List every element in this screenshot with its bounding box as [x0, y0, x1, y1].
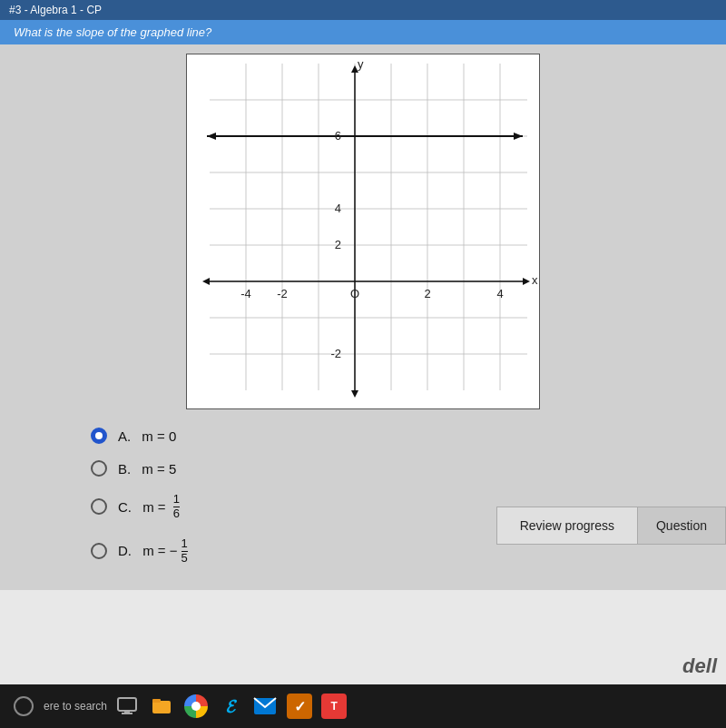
- question-button[interactable]: Question: [637, 507, 726, 545]
- option-c-fraction: 1 6: [173, 493, 180, 521]
- option-d-fraction: 1 5: [182, 537, 188, 566]
- svg-rect-38: [124, 711, 130, 713]
- main-content: #3 - Algebra 1 - CP What is the slope of…: [0, 0, 726, 728]
- top-bar-title: #3 - Algebra 1 - CP: [9, 4, 102, 16]
- svg-marker-18: [202, 278, 210, 285]
- taskbar-search-text: ere to search: [44, 700, 107, 713]
- svg-text:-4: -4: [240, 287, 251, 300]
- svg-marker-24: [207, 133, 216, 140]
- fraction-d-numerator: 1: [182, 537, 188, 552]
- svg-text:2: 2: [335, 238, 341, 251]
- taskbar-file-explorer-icon[interactable]: [147, 692, 176, 721]
- edge-icon: 𝓔: [226, 696, 235, 717]
- taskbar-check-icon[interactable]: ✓: [285, 692, 314, 721]
- svg-text:4: 4: [335, 202, 341, 215]
- check-app-icon: ✓: [287, 694, 312, 719]
- svg-text:2: 2: [424, 287, 430, 300]
- top-bar: #3 - Algebra 1 - CP: [0, 0, 726, 20]
- bottom-bar: Review progress Question: [496, 507, 726, 545]
- option-d-letter: D.: [118, 543, 132, 558]
- review-progress-button[interactable]: Review progress: [496, 507, 637, 545]
- question-header: What is the slope of the graphed line?: [0, 20, 726, 44]
- content-area: -4 -2 O 2 4 x 6 4 2 -2 y A. m = 0: [0, 44, 726, 590]
- fraction-c-numerator: 1: [173, 493, 180, 507]
- svg-text:4: 4: [496, 287, 503, 300]
- answer-option-b[interactable]: B. m = 5: [91, 460, 708, 477]
- option-c-letter: C.: [118, 499, 132, 515]
- option-b-text: m = 5: [138, 461, 176, 477]
- taskbar-mail-icon[interactable]: [250, 692, 280, 721]
- taskbar-chrome-icon[interactable]: [182, 692, 211, 721]
- svg-marker-23: [514, 133, 523, 140]
- coordinate-graph: -4 -2 O 2 4 x 6 4 2 -2 y: [187, 54, 541, 408]
- svg-rect-39: [152, 701, 171, 713]
- taskbar-edge-icon[interactable]: 𝓔: [216, 692, 245, 721]
- radio-b[interactable]: [91, 460, 107, 477]
- option-d-text: m = −: [139, 543, 178, 558]
- fraction-d-denominator: 5: [182, 552, 188, 565]
- svg-rect-36: [118, 698, 136, 711]
- option-c-text: m =: [139, 499, 170, 515]
- radio-d[interactable]: [91, 543, 107, 559]
- windows-search-icon[interactable]: [14, 696, 34, 716]
- svg-rect-37: [122, 713, 132, 714]
- svg-text:O: O: [350, 287, 359, 300]
- teams-app-icon: T: [321, 694, 347, 719]
- question-text: What is the slope of the graphed line?: [14, 25, 211, 39]
- svg-text:6: 6: [335, 129, 341, 143]
- svg-text:x: x: [532, 273, 538, 287]
- svg-rect-40: [152, 699, 161, 703]
- taskbar-teams-icon[interactable]: T: [319, 692, 348, 721]
- svg-text:-2: -2: [330, 347, 341, 360]
- radio-a[interactable]: [91, 428, 107, 444]
- radio-c[interactable]: [91, 498, 107, 515]
- chrome-icon: [184, 694, 208, 718]
- svg-marker-21: [351, 390, 358, 398]
- option-a-letter: A.: [118, 428, 131, 444]
- dell-logo: dell: [682, 654, 717, 678]
- taskbar: ere to search 𝓔: [0, 684, 726, 728]
- fraction-c-denominator: 6: [173, 507, 180, 520]
- answer-option-a[interactable]: A. m = 0: [91, 428, 708, 444]
- graph-container: -4 -2 O 2 4 x 6 4 2 -2 y: [186, 54, 540, 409]
- svg-marker-17: [523, 278, 530, 285]
- taskbar-monitor-icon[interactable]: [113, 692, 142, 721]
- svg-text:-2: -2: [277, 287, 288, 300]
- taskbar-search-area[interactable]: [9, 692, 38, 721]
- option-b-letter: B.: [118, 461, 131, 477]
- svg-text:y: y: [358, 57, 364, 71]
- option-a-text: m = 0: [138, 428, 176, 444]
